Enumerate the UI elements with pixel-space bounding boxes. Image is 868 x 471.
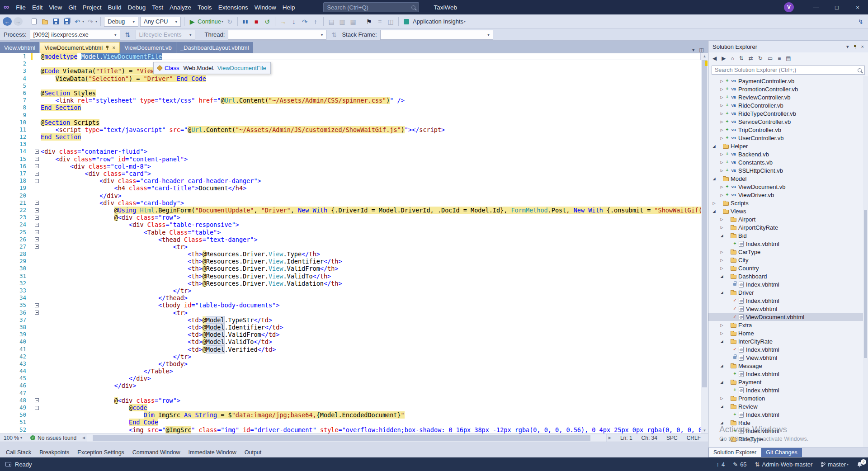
breakpoint-margin[interactable] — [0, 346, 10, 353]
application-insights-button[interactable]: Application Insights — [413, 18, 463, 25]
tree-item-city[interactable]: ▷City — [708, 256, 868, 264]
code-text[interactable]: <td>@Model.Identifier</td> — [41, 324, 701, 331]
thread-updown-icon[interactable]: ⇅ — [330, 30, 339, 39]
code-text[interactable]: </div> — [41, 375, 701, 382]
line-number[interactable]: 27 — [10, 243, 31, 250]
line-number[interactable]: 11 — [10, 126, 31, 133]
tree-item-viewdriver-vb[interactable]: ▷+VBViewDriver.vb — [708, 191, 868, 199]
expanded-arrow-icon[interactable]: ◢ — [711, 209, 717, 213]
tool-tab-immediate-window[interactable]: Immediate Window — [184, 448, 240, 457]
code-line[interactable]: 33 </tr> — [0, 287, 701, 294]
line-number[interactable]: 34 — [10, 294, 31, 301]
line-number[interactable]: 3 — [10, 67, 31, 75]
line-number[interactable]: 50 — [10, 411, 31, 419]
uncomment-icon[interactable]: ◫ — [386, 17, 395, 26]
code-line[interactable]: 22 @Using Html.BeginForm("DocumentUpdate… — [0, 207, 701, 214]
breakpoint-margin[interactable] — [0, 155, 10, 163]
collapsed-arrow-icon[interactable]: ▷ — [719, 226, 725, 230]
fold-collapse-icon[interactable] — [35, 245, 39, 249]
open-file-icon[interactable] — [40, 17, 49, 26]
tree-item-dashboard[interactable]: ◢Dashboard — [708, 272, 868, 280]
send-feedback-icon[interactable]: ↯ — [856, 17, 865, 26]
menu-git[interactable]: Git — [65, 2, 79, 13]
code-line[interactable]: 47 — [0, 390, 701, 397]
step-over-icon[interactable]: ↷ — [300, 17, 309, 26]
breakpoint-margin[interactable] — [0, 265, 10, 272]
code-text[interactable]: <th>@Resources.Driver.View.Identifier</t… — [41, 258, 701, 265]
breakpoint-margin[interactable] — [0, 75, 10, 82]
line-number[interactable]: 4 — [10, 75, 31, 82]
line-number[interactable]: 51 — [10, 419, 31, 426]
breakpoint-margin[interactable] — [0, 214, 10, 221]
scroll-down-icon[interactable]: ▼ — [701, 427, 708, 433]
code-text[interactable]: Dim ImgSrc As String = $"data:image/jpg;… — [41, 411, 701, 419]
thread-lifecycle-icon[interactable]: ⇅ — [123, 30, 132, 39]
continue-caret-icon[interactable]: ▾ — [222, 19, 223, 24]
code-line[interactable]: 27 <tr> — [0, 243, 701, 250]
line-number[interactable]: 25 — [10, 229, 31, 236]
code-text[interactable]: </Table> — [41, 367, 701, 375]
tool-tab-breakpoints[interactable]: Breakpoints — [35, 448, 73, 457]
application-insights-caret-icon[interactable]: ▾ — [464, 19, 466, 24]
menu-edit[interactable]: Edit — [29, 2, 46, 13]
code-line[interactable]: 39 <td>@Model.ValidFrom</td> — [0, 331, 701, 338]
breakpoint-margin[interactable] — [0, 163, 10, 170]
code-text[interactable]: <link rel="stylesheet" type="text/css" h… — [41, 97, 701, 104]
fold-collapse-icon[interactable] — [35, 164, 39, 168]
fold-collapse-icon[interactable] — [35, 157, 39, 161]
cursor-column-indicator[interactable]: Ch: 34 — [642, 435, 657, 441]
expanded-arrow-icon[interactable]: ◢ — [719, 421, 725, 425]
code-line[interactable]: 43 </tbody> — [0, 360, 701, 367]
breakpoint-margin[interactable] — [0, 184, 10, 192]
save-icon[interactable] — [51, 17, 60, 26]
tree-item-country[interactable]: ▷Country — [708, 264, 868, 272]
breakpoint-margin[interactable] — [0, 419, 10, 426]
stop-icon[interactable]: ■ — [252, 17, 261, 26]
expanded-arrow-icon[interactable]: ◢ — [719, 437, 725, 441]
fold-margin[interactable] — [33, 229, 41, 236]
redo-caret-icon[interactable]: ▾ — [95, 19, 97, 24]
code-line[interactable]: 10@Section Scripts — [0, 119, 701, 126]
tree-item-review[interactable]: ◢Review — [708, 402, 868, 410]
line-number[interactable]: 30 — [10, 265, 31, 272]
collapsed-arrow-icon[interactable]: ▷ — [719, 250, 725, 254]
code-text[interactable] — [41, 112, 701, 119]
code-text[interactable]: ViewData("Selection") = "Driver" End Cod… — [41, 75, 701, 82]
fold-margin[interactable] — [33, 221, 41, 228]
indent-mode-indicator[interactable]: SPC — [666, 435, 678, 441]
code-text[interactable]: </tbody> — [41, 360, 701, 367]
code-line[interactable]: 52 <img src="@ImgSrc" class="img" id="dr… — [0, 426, 701, 433]
line-ending-indicator[interactable]: CRLF — [687, 435, 701, 441]
code-text[interactable]: </div> — [41, 382, 701, 389]
tree-item-bid[interactable]: ◢Bid — [708, 231, 868, 240]
code-line[interactable]: 6@Section Styles — [0, 89, 701, 97]
split-view-icon[interactable]: ▥ — [338, 17, 347, 26]
expanded-arrow-icon[interactable]: ◢ — [711, 144, 717, 148]
tree-item-payment[interactable]: ◢Payment — [708, 378, 868, 386]
nav-forward-icon[interactable]: → — [14, 17, 23, 26]
collapsed-arrow-icon[interactable]: ▷ — [719, 331, 725, 335]
tree-scrollbar[interactable] — [863, 76, 868, 447]
line-number[interactable]: 23 — [10, 214, 31, 221]
pin-icon[interactable] — [106, 45, 109, 50]
menu-tools[interactable]: Tools — [194, 2, 215, 13]
line-number[interactable]: 20 — [10, 192, 31, 199]
line-number[interactable]: 32 — [10, 280, 31, 287]
fold-collapse-icon[interactable] — [35, 237, 39, 241]
collapsed-arrow-icon[interactable]: ▷ — [719, 120, 725, 124]
breakpoint-margin[interactable] — [0, 170, 10, 177]
step-into-icon[interactable]: ↓ — [289, 17, 298, 26]
tree-item-servicecontroller-vb[interactable]: ▷+VBServiceController.vb — [708, 118, 868, 126]
line-number[interactable]: 10 — [10, 119, 31, 126]
breakpoint-margin[interactable] — [0, 411, 10, 419]
code-line[interactable]: 37 <td>@Model.TypeStr</td> — [0, 316, 701, 324]
tab-view-vbhtml[interactable]: View.vbhtml — [0, 42, 39, 53]
code-text[interactable]: </thead> — [41, 294, 701, 301]
tree-item-index-vbhtml[interactable]: +@Index.vbhtml — [708, 427, 868, 435]
code-line[interactable]: 44 </Table> — [0, 367, 701, 375]
breakpoint-margin[interactable] — [0, 324, 10, 331]
code-text[interactable]: @Section Styles — [41, 89, 701, 97]
line-number[interactable]: 5 — [10, 82, 31, 89]
background-tasks-icon[interactable] — [5, 462, 11, 466]
menu-debug[interactable]: Debug — [125, 2, 149, 13]
